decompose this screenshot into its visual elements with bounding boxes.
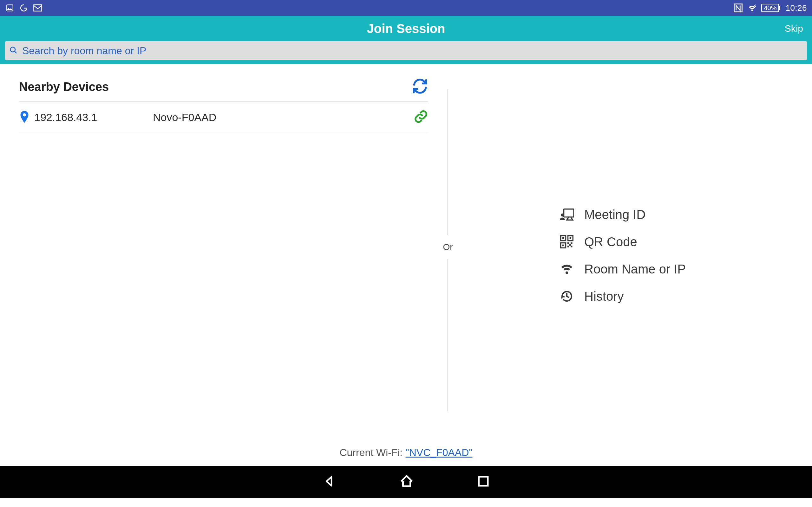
nav-back-button[interactable] xyxy=(322,475,336,489)
battery-indicator: 40% xyxy=(761,4,779,12)
svg-rect-10 xyxy=(570,237,571,239)
meeting-id-icon xyxy=(560,207,574,222)
qr-code-icon xyxy=(560,234,574,249)
page-title: Join Session xyxy=(367,21,445,36)
skip-button[interactable]: Skip xyxy=(785,23,803,34)
svg-rect-8 xyxy=(562,237,564,239)
connect-link-icon[interactable] xyxy=(414,109,428,125)
vertical-divider: Or xyxy=(447,64,449,447)
wifi-option-icon xyxy=(560,262,574,276)
option-label: Room Name or IP xyxy=(584,262,686,276)
option-label: Meeting ID xyxy=(584,208,646,222)
current-wifi-footer: Current Wi-Fi: "NVC_F0AAD" xyxy=(0,447,812,466)
svg-rect-14 xyxy=(571,242,572,244)
nearby-devices-heading: Nearby Devices xyxy=(19,80,109,94)
option-history[interactable]: History xyxy=(560,289,686,303)
location-pin-icon xyxy=(19,111,30,124)
svg-point-6 xyxy=(561,214,564,216)
svg-rect-16 xyxy=(569,244,571,245)
nav-recent-button[interactable] xyxy=(477,475,490,489)
option-label: QR Code xyxy=(584,235,637,249)
svg-rect-5 xyxy=(564,209,574,217)
svg-rect-1 xyxy=(34,5,42,11)
android-status-bar: 40% 10:26 xyxy=(0,0,812,16)
device-row[interactable]: 192.168.43.1 Novo-F0AAD xyxy=(19,102,428,133)
history-icon xyxy=(560,289,574,303)
option-meeting-id[interactable]: Meeting ID xyxy=(560,207,686,222)
wifi-label: Current Wi-Fi: xyxy=(339,447,405,458)
search-input[interactable] xyxy=(22,45,802,57)
status-clock: 10:26 xyxy=(785,3,807,13)
image-icon xyxy=(5,3,14,13)
refresh-button[interactable] xyxy=(412,78,428,96)
svg-rect-17 xyxy=(571,245,572,247)
wifi-ssid-link[interactable]: "NVC_F0AAD" xyxy=(405,447,472,458)
svg-rect-15 xyxy=(567,245,569,247)
title-bar: Join Session Skip xyxy=(0,16,812,41)
nfc-icon xyxy=(733,3,743,13)
mail-icon xyxy=(33,3,43,13)
option-qr-code[interactable]: QR Code xyxy=(560,234,686,249)
wifi-icon xyxy=(747,3,757,13)
option-room-name-ip[interactable]: Room Name or IP xyxy=(560,262,686,276)
android-nav-bar xyxy=(0,466,812,498)
device-name: Novo-F0AAD xyxy=(153,111,409,124)
search-bar[interactable] xyxy=(5,41,807,60)
device-ip: 192.168.43.1 xyxy=(34,111,148,124)
google-icon xyxy=(19,3,29,13)
svg-rect-12 xyxy=(562,245,564,246)
svg-rect-18 xyxy=(479,477,488,486)
or-label: Or xyxy=(438,235,457,259)
search-icon xyxy=(9,46,18,56)
option-label: History xyxy=(584,289,623,303)
svg-rect-13 xyxy=(567,242,569,244)
nav-home-button[interactable] xyxy=(399,474,414,490)
